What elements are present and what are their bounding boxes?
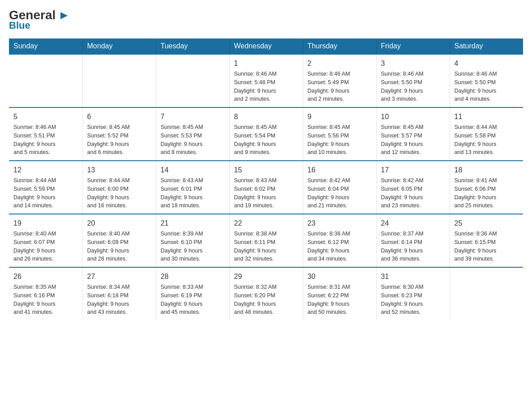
svg-marker-0 [60,12,68,19]
calendar-cell: 18Sunrise: 8:41 AM Sunset: 6:06 PM Dayli… [450,161,523,214]
day-info: Sunrise: 8:44 AM Sunset: 6:00 PM Dayligh… [87,176,151,210]
calendar-cell: 30Sunrise: 8:31 AM Sunset: 6:22 PM Dayli… [303,267,376,320]
day-number: 1 [234,58,298,69]
day-info: Sunrise: 8:45 AM Sunset: 5:53 PM Dayligh… [161,123,225,157]
calendar-cell [156,54,229,107]
calendar-cell: 17Sunrise: 8:42 AM Sunset: 6:05 PM Dayli… [376,161,450,214]
calendar-cell: 10Sunrise: 8:45 AM Sunset: 5:57 PM Dayli… [376,107,450,161]
day-info: Sunrise: 8:32 AM Sunset: 6:20 PM Dayligh… [234,283,298,317]
day-number: 2 [308,58,372,69]
day-number: 15 [234,165,298,176]
day-info: Sunrise: 8:37 AM Sunset: 6:14 PM Dayligh… [381,230,445,263]
day-info: Sunrise: 8:45 AM Sunset: 5:52 PM Dayligh… [87,123,151,157]
day-info: Sunrise: 8:45 AM Sunset: 5:56 PM Dayligh… [308,123,372,157]
calendar-cell: 28Sunrise: 8:33 AM Sunset: 6:19 PM Dayli… [156,267,229,320]
day-number: 10 [381,111,445,122]
calendar-week-row: 12Sunrise: 8:44 AM Sunset: 5:59 PM Dayli… [9,161,523,214]
calendar-cell: 8Sunrise: 8:45 AM Sunset: 5:54 PM Daylig… [229,107,303,161]
day-number: 31 [381,271,445,282]
day-number: 17 [381,165,445,176]
day-number: 5 [13,111,78,122]
calendar-cell: 5Sunrise: 8:46 AM Sunset: 5:51 PM Daylig… [9,107,82,161]
day-number: 18 [455,165,519,176]
calendar-cell: 25Sunrise: 8:36 AM Sunset: 6:15 PM Dayli… [450,214,523,267]
day-info: Sunrise: 8:38 AM Sunset: 6:12 PM Dayligh… [308,230,372,263]
day-info: Sunrise: 8:40 AM Sunset: 6:09 PM Dayligh… [87,230,151,263]
day-info: Sunrise: 8:46 AM Sunset: 5:51 PM Dayligh… [13,123,78,157]
day-info: Sunrise: 8:41 AM Sunset: 6:06 PM Dayligh… [455,176,519,210]
calendar-cell: 31Sunrise: 8:30 AM Sunset: 6:23 PM Dayli… [376,267,450,320]
day-number: 28 [161,271,225,282]
calendar-table: SundayMondayTuesdayWednesdayThursdayFrid… [9,39,523,320]
calendar-cell: 7Sunrise: 8:45 AM Sunset: 5:53 PM Daylig… [156,107,229,161]
day-header-friday: Friday [376,39,450,54]
day-number: 19 [13,218,78,229]
calendar-header-row: SundayMondayTuesdayWednesdayThursdayFrid… [9,39,523,54]
day-number: 9 [308,111,372,122]
calendar-cell: 15Sunrise: 8:43 AM Sunset: 6:02 PM Dayli… [229,161,303,214]
calendar-cell: 27Sunrise: 8:34 AM Sunset: 6:18 PM Dayli… [82,267,156,320]
day-number: 7 [161,111,225,122]
day-number: 4 [455,58,519,69]
calendar-cell: 2Sunrise: 8:46 AM Sunset: 5:49 PM Daylig… [303,54,376,107]
calendar-cell: 6Sunrise: 8:45 AM Sunset: 5:52 PM Daylig… [82,107,156,161]
day-number: 21 [161,218,225,229]
day-number: 26 [13,271,78,282]
day-number: 29 [234,271,298,282]
day-info: Sunrise: 8:35 AM Sunset: 6:16 PM Dayligh… [13,283,78,317]
day-number: 14 [161,165,225,176]
day-number: 25 [455,218,519,229]
calendar-cell: 9Sunrise: 8:45 AM Sunset: 5:56 PM Daylig… [303,107,376,161]
page-header: General Blue [9,9,523,31]
day-number: 30 [308,271,372,282]
day-number: 20 [87,218,151,229]
day-header-sunday: Sunday [9,39,82,54]
day-info: Sunrise: 8:46 AM Sunset: 5:50 PM Dayligh… [381,70,445,103]
calendar-cell: 20Sunrise: 8:40 AM Sunset: 6:09 PM Dayli… [82,214,156,267]
day-info: Sunrise: 8:45 AM Sunset: 5:54 PM Dayligh… [234,123,298,157]
day-info: Sunrise: 8:44 AM Sunset: 5:58 PM Dayligh… [455,123,519,157]
day-header-monday: Monday [82,39,156,54]
day-number: 12 [13,165,78,176]
day-header-saturday: Saturday [450,39,523,54]
day-info: Sunrise: 8:44 AM Sunset: 5:59 PM Dayligh… [13,176,78,210]
logo-text-line2: Blue [9,20,30,31]
calendar-cell: 19Sunrise: 8:40 AM Sunset: 6:07 PM Dayli… [9,214,82,267]
calendar-cell: 23Sunrise: 8:38 AM Sunset: 6:12 PM Dayli… [303,214,376,267]
calendar-cell: 14Sunrise: 8:43 AM Sunset: 6:01 PM Dayli… [156,161,229,214]
calendar-week-row: 1Sunrise: 8:46 AM Sunset: 5:48 PM Daylig… [9,54,523,107]
calendar-cell: 3Sunrise: 8:46 AM Sunset: 5:50 PM Daylig… [376,54,450,107]
day-info: Sunrise: 8:42 AM Sunset: 6:04 PM Dayligh… [308,176,372,210]
day-info: Sunrise: 8:46 AM Sunset: 5:48 PM Dayligh… [234,70,298,103]
day-info: Sunrise: 8:45 AM Sunset: 5:57 PM Dayligh… [381,123,445,157]
calendar-cell [82,54,156,107]
day-info: Sunrise: 8:33 AM Sunset: 6:19 PM Dayligh… [161,283,225,317]
day-info: Sunrise: 8:40 AM Sunset: 6:07 PM Dayligh… [13,230,78,263]
calendar-cell: 22Sunrise: 8:38 AM Sunset: 6:11 PM Dayli… [229,214,303,267]
day-info: Sunrise: 8:43 AM Sunset: 6:02 PM Dayligh… [234,176,298,210]
day-number: 3 [381,58,445,69]
calendar-cell: 21Sunrise: 8:39 AM Sunset: 6:10 PM Dayli… [156,214,229,267]
logo-triangle-icon [60,12,68,19]
day-header-tuesday: Tuesday [156,39,229,54]
calendar-week-row: 19Sunrise: 8:40 AM Sunset: 6:07 PM Dayli… [9,214,523,267]
calendar-cell: 1Sunrise: 8:46 AM Sunset: 5:48 PM Daylig… [229,54,303,107]
day-info: Sunrise: 8:43 AM Sunset: 6:01 PM Dayligh… [161,176,225,210]
day-number: 27 [87,271,151,282]
day-number: 13 [87,165,151,176]
calendar-cell: 24Sunrise: 8:37 AM Sunset: 6:14 PM Dayli… [376,214,450,267]
day-info: Sunrise: 8:31 AM Sunset: 6:22 PM Dayligh… [308,283,372,317]
day-header-wednesday: Wednesday [229,39,303,54]
day-number: 6 [87,111,151,122]
calendar-cell: 16Sunrise: 8:42 AM Sunset: 6:04 PM Dayli… [303,161,376,214]
calendar-cell: 4Sunrise: 8:46 AM Sunset: 5:50 PM Daylig… [450,54,523,107]
calendar-cell: 11Sunrise: 8:44 AM Sunset: 5:58 PM Dayli… [450,107,523,161]
day-info: Sunrise: 8:34 AM Sunset: 6:18 PM Dayligh… [87,283,151,317]
calendar-cell: 12Sunrise: 8:44 AM Sunset: 5:59 PM Dayli… [9,161,82,214]
day-header-thursday: Thursday [303,39,376,54]
day-info: Sunrise: 8:39 AM Sunset: 6:10 PM Dayligh… [161,230,225,263]
logo: General Blue [9,9,60,31]
calendar-week-row: 26Sunrise: 8:35 AM Sunset: 6:16 PM Dayli… [9,267,523,320]
calendar-cell: 29Sunrise: 8:32 AM Sunset: 6:20 PM Dayli… [229,267,303,320]
day-number: 24 [381,218,445,229]
